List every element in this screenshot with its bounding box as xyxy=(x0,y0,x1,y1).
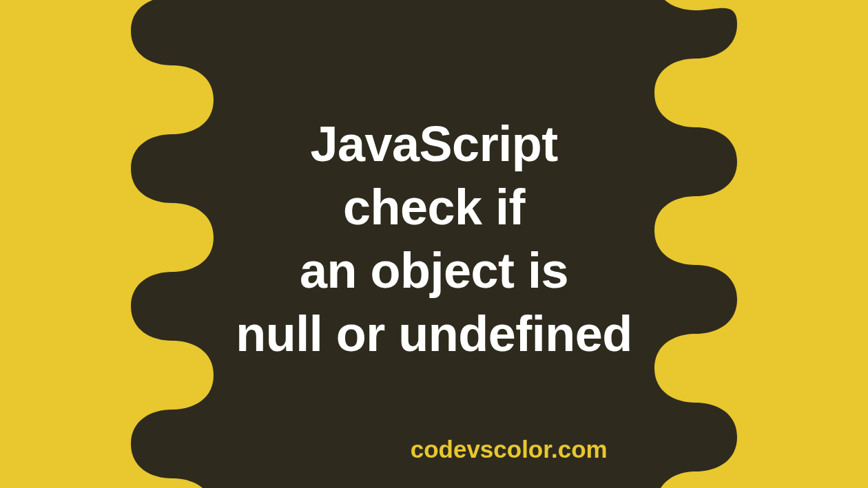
title-line-4: null or undefined xyxy=(236,306,632,361)
site-attribution: codevscolor.com xyxy=(411,436,608,463)
page-title: JavaScript check if an object is null or… xyxy=(0,112,868,366)
main-content: JavaScript check if an object is null or… xyxy=(0,112,868,366)
title-line-1: JavaScript xyxy=(310,116,557,171)
title-line-2: check if xyxy=(343,180,525,235)
title-line-3: an object is xyxy=(300,243,568,298)
